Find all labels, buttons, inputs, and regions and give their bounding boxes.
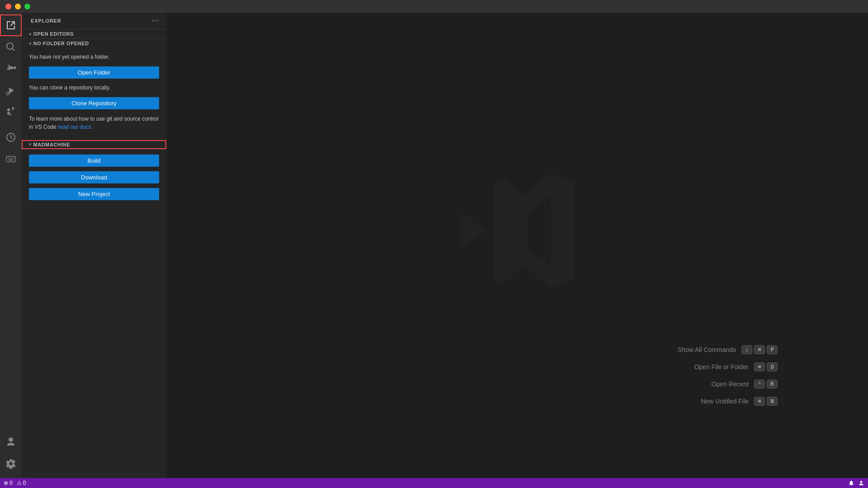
key-ctrl: ⌃ <box>754 380 765 389</box>
titlebar <box>0 0 868 13</box>
sidebar-title: EXPLORER ··· <box>22 13 166 29</box>
sidebar-item-search[interactable] <box>0 36 22 58</box>
sidebar-item-extensions[interactable] <box>0 101 22 123</box>
sidebar-item-timeline[interactable] <box>0 127 22 148</box>
key-cmd-3: ⌘ <box>754 397 765 406</box>
status-errors[interactable]: ⊗ 0 ⚠ 0 <box>4 480 26 486</box>
new-file-keys: ⌘ N <box>754 397 778 406</box>
key-shift: ⇧ <box>741 345 752 354</box>
madmachine-buttons: Build Download New Project <box>22 149 166 206</box>
key-r: R <box>767 380 778 389</box>
madmachine-section-header[interactable]: ▾ MADMACHINE <box>22 140 166 149</box>
open-file-keys: ⌘ O <box>754 362 778 371</box>
shortcut-open-recent: Open Recent ⌃ R <box>678 380 778 389</box>
sidebar-item-explorer[interactable] <box>0 14 22 36</box>
madmachine-chevron: ▾ <box>29 142 32 147</box>
sidebar-item-accounts[interactable] <box>0 431 22 453</box>
shortcut-new-file: New Untitled File ⌘ N <box>678 397 778 406</box>
learn-more-text-1: To learn more about how to use git and s… <box>29 116 158 130</box>
main-content: Show All Commands ⇧ ⌘ P Open File or Fol… <box>166 13 868 478</box>
open-recent-keys: ⌃ R <box>754 380 778 389</box>
main-layout: EXPLORER ··· ▾ OPEN EDITORS ▾ NO FOLDER … <box>0 13 868 478</box>
close-button[interactable] <box>5 4 11 9</box>
svg-rect-3 <box>9 158 10 159</box>
key-cmd-1: ⌘ <box>754 345 765 354</box>
svg-rect-2 <box>8 158 9 159</box>
activity-bar <box>0 13 22 478</box>
key-n: N <box>767 397 778 406</box>
minimize-button[interactable] <box>15 4 21 9</box>
new-project-button[interactable]: New Project <box>29 188 159 200</box>
no-folder-text: You have not yet opened a folder. <box>29 53 159 61</box>
svg-rect-1 <box>6 156 15 162</box>
vscode-logo <box>449 163 585 300</box>
madmachine-label: MADMACHINE <box>33 142 71 147</box>
svg-rect-5 <box>13 158 14 159</box>
status-bar-left: ⊗ 0 ⚠ 0 <box>4 480 26 486</box>
show-commands-keys: ⇧ ⌘ P <box>741 345 778 354</box>
sidebar-item-run[interactable] <box>0 80 22 101</box>
download-button[interactable]: Download <box>29 171 159 183</box>
open-folder-button[interactable]: Open Folder <box>29 66 159 79</box>
no-folder-section-header[interactable]: ▾ NO FOLDER OPENED <box>22 38 166 48</box>
status-bar: ⊗ 0 ⚠ 0 <box>0 478 868 488</box>
shortcut-show-commands: Show All Commands ⇧ ⌘ P <box>678 345 778 354</box>
warning-icon: ⚠ <box>17 480 22 486</box>
no-folder-label: NO FOLDER OPENED <box>33 41 89 46</box>
open-file-label: Open File or Folder <box>694 363 749 371</box>
maximize-button[interactable] <box>24 4 30 9</box>
build-button[interactable]: Build <box>29 155 159 167</box>
shortcut-open-file: Open File or Folder ⌘ O <box>678 362 778 371</box>
show-commands-label: Show All Commands <box>678 346 736 353</box>
open-recent-label: Open Recent <box>712 380 749 388</box>
status-notifications[interactable] <box>848 480 854 486</box>
error-icon: ⊗ <box>4 480 8 486</box>
shortcuts-panel: Show All Commands ⇧ ⌘ P Open File or Fol… <box>678 345 778 406</box>
learn-more-text-2: . <box>91 124 92 130</box>
open-editors-label: OPEN EDITORS <box>33 31 74 37</box>
key-o: O <box>767 362 778 371</box>
svg-point-0 <box>6 92 9 95</box>
status-bar-right <box>848 480 864 486</box>
warning-count: 0 <box>23 480 26 486</box>
no-folder-chevron: ▾ <box>29 41 32 46</box>
read-docs-link[interactable]: read our docs <box>58 124 91 130</box>
key-p: P <box>767 345 778 354</box>
learn-more-text: To learn more about how to use git and s… <box>29 115 159 131</box>
svg-rect-6 <box>9 160 13 160</box>
clone-repository-button[interactable]: Clone Repository <box>29 97 159 109</box>
activity-bar-bottom <box>0 431 22 478</box>
open-editors-section[interactable]: ▾ OPEN EDITORS <box>22 29 166 38</box>
clone-hint-text: You can clone a repository locally. <box>29 84 159 92</box>
svg-rect-4 <box>11 158 12 159</box>
explorer-title: EXPLORER <box>31 18 61 23</box>
no-folder-content: You have not yet opened a folder. Open F… <box>22 48 166 136</box>
key-cmd-2: ⌘ <box>754 362 765 371</box>
sidebar-item-keyboard[interactable] <box>0 148 22 170</box>
error-count: 0 <box>9 480 13 486</box>
madmachine-section: ▾ MADMACHINE Build Download New Project <box>22 140 166 206</box>
sidebar-item-source-control[interactable] <box>0 58 22 80</box>
open-editors-chevron: ▾ <box>29 32 32 37</box>
status-accounts[interactable] <box>858 480 864 486</box>
sidebar: EXPLORER ··· ▾ OPEN EDITORS ▾ NO FOLDER … <box>22 13 166 478</box>
new-file-label: New Untitled File <box>701 398 749 405</box>
sidebar-item-settings[interactable] <box>0 453 22 474</box>
more-options-button[interactable]: ··· <box>152 17 159 24</box>
